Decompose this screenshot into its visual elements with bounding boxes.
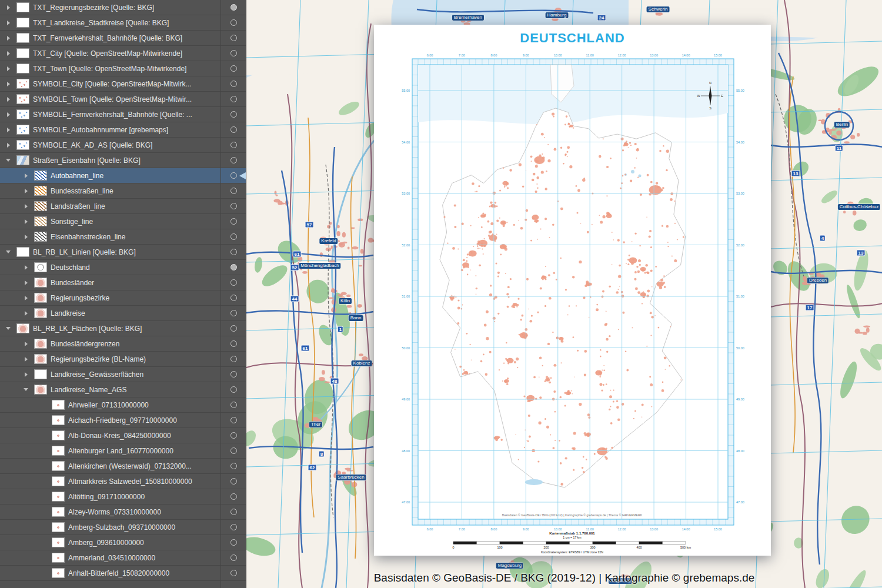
target-circle[interactable] [230, 4, 237, 11]
target-circle[interactable] [230, 264, 237, 270]
layer-row[interactable]: Regierungsbezirke (BL-Name) [0, 352, 246, 367]
map-canvas[interactable]: BremerhavenHamburgSchwerinBerlinCottbus-… [246, 0, 882, 588]
layer-thumbnail[interactable] [34, 385, 47, 395]
chevron-icon[interactable] [39, 418, 48, 423]
layer-row[interactable]: SYMBOLE_Fernverkehrshalt_Bahnhöfe [Quell… [0, 107, 246, 122]
target-circle[interactable] [230, 539, 237, 546]
target-circle[interactable] [230, 463, 237, 469]
chevron-icon[interactable] [21, 311, 31, 316]
layer-row[interactable]: Landkreise [0, 306, 246, 321]
target-circle[interactable] [230, 356, 237, 362]
layer-row[interactable]: Landkreise_Name_AGS [0, 382, 246, 397]
layer-thumbnail[interactable] [34, 293, 47, 303]
target-circle[interactable] [230, 218, 237, 225]
target-circle[interactable] [230, 81, 237, 87]
target-circle[interactable] [230, 111, 237, 118]
target-circle[interactable] [230, 172, 237, 179]
target-circle[interactable] [230, 96, 237, 102]
layer-thumbnail[interactable] [34, 339, 47, 349]
layer-row[interactable]: Sonstige_line [0, 214, 246, 229]
layer-thumbnail[interactable] [16, 155, 29, 165]
target-circle[interactable] [230, 371, 237, 377]
chevron-icon[interactable] [39, 403, 48, 407]
target-circle[interactable] [230, 432, 237, 439]
layer-thumbnail[interactable] [16, 247, 29, 257]
target-circle[interactable] [230, 19, 237, 26]
chevron-icon[interactable] [21, 219, 31, 224]
target-circle[interactable] [230, 35, 237, 41]
chevron-icon[interactable] [39, 495, 48, 499]
chevron-icon[interactable] [21, 173, 31, 178]
layer-thumbnail[interactable] [52, 537, 65, 547]
layer-row[interactable]: Bundesländergrenzen [0, 336, 246, 352]
target-circle[interactable] [230, 295, 237, 301]
target-circle[interactable] [230, 478, 237, 485]
target-circle[interactable] [230, 126, 237, 133]
layer-thumbnail[interactable] [34, 186, 47, 196]
chevron-icon[interactable] [39, 510, 48, 514]
layer-row[interactable]: Amberg-Sulzbach_093710000000 [0, 520, 246, 535]
layer-thumbnail[interactable] [34, 201, 47, 211]
layer-thumbnail[interactable] [34, 232, 47, 242]
target-circle[interactable] [230, 509, 237, 515]
layer-thumbnail[interactable] [52, 415, 65, 425]
chevron-icon[interactable] [39, 556, 48, 560]
chevron-icon[interactable] [39, 525, 48, 530]
layer-row[interactable]: Alb-Donau-Kreis_084250000000 [0, 428, 246, 443]
layer-thumbnail[interactable] [52, 492, 65, 502]
chevron-icon[interactable] [21, 204, 31, 209]
target-circle[interactable] [230, 386, 237, 393]
layer-row[interactable]: Autobahnen_line [0, 168, 246, 183]
layer-row[interactable]: Eisenbahnstrecken_line [0, 229, 246, 245]
target-circle[interactable] [230, 233, 237, 240]
layer-row[interactable]: TXT_Fernverkehrshalt_Bahnhöfe [Quelle: B… [0, 31, 246, 46]
chevron-icon[interactable] [39, 449, 48, 453]
layer-row[interactable]: Altötting_091710000000 [0, 489, 246, 505]
layer-thumbnail[interactable] [16, 125, 29, 135]
layer-row[interactable]: Altenkirchen (Westerwald)_07132000... [0, 459, 246, 474]
target-circle[interactable] [230, 340, 237, 347]
layer-row[interactable]: Regierungsbezirke [0, 290, 246, 306]
chevron-icon[interactable] [4, 66, 13, 71]
layer-thumbnail[interactable] [52, 446, 65, 456]
layer-row[interactable]: Bundesstraßen_line [0, 183, 246, 199]
layer-thumbnail[interactable] [16, 48, 29, 58]
target-circle[interactable] [230, 325, 237, 332]
chevron-icon[interactable] [4, 5, 13, 10]
layer-thumbnail[interactable] [16, 79, 29, 89]
target-circle[interactable] [230, 417, 237, 423]
layer-thumbnail[interactable] [52, 507, 65, 517]
layer-thumbnail[interactable] [34, 308, 47, 318]
layer-thumbnail[interactable] [34, 354, 47, 364]
target-circle[interactable] [230, 570, 237, 576]
chevron-icon[interactable] [21, 189, 31, 193]
layer-row[interactable]: Landkreise_Gewässerflächen [0, 367, 246, 382]
chevron-icon[interactable] [4, 36, 13, 41]
layer-thumbnail[interactable] [52, 430, 65, 440]
chevron-icon[interactable] [4, 51, 13, 56]
layer-thumbnail[interactable] [16, 94, 29, 104]
target-circle[interactable] [230, 279, 237, 286]
layer-row[interactable]: SYMBOLE_Autobahnnummer [grebemaps] [0, 122, 246, 138]
target-circle[interactable] [230, 188, 237, 194]
layer-thumbnail[interactable] [52, 553, 65, 563]
chevron-icon[interactable] [21, 357, 31, 362]
layer-thumbnail[interactable] [16, 33, 29, 43]
chevron-icon[interactable] [21, 235, 31, 239]
chevron-icon[interactable] [39, 464, 48, 469]
layer-thumbnail[interactable] [52, 461, 65, 471]
layer-thumbnail[interactable] [52, 522, 65, 532]
layer-thumbnail[interactable] [16, 109, 29, 119]
layer-row[interactable]: Altenburger Land_160770000000 [0, 443, 246, 459]
target-circle[interactable] [230, 447, 237, 454]
layer-row[interactable]: Altmarkkreis Salzwedel_150810000000 [0, 474, 246, 489]
target-circle[interactable] [230, 402, 237, 408]
layer-row[interactable]: BL_RB_LK_Flächen [Quelle: BKG] [0, 321, 246, 336]
chevron-icon[interactable] [4, 327, 13, 330]
layer-thumbnail[interactable] [52, 476, 65, 486]
chevron-icon[interactable] [39, 571, 48, 576]
layer-row[interactable]: TXT_Town [Quelle: OpenStreetMap-Mitwirke… [0, 61, 246, 76]
chevron-icon[interactable] [4, 97, 13, 102]
layer-row[interactable]: TXT_Regierungsbezirke [Quelle: BKG] [0, 0, 246, 15]
layer-row[interactable]: SYMBOLE_City [Quelle: OpenStreetMap-Mitw… [0, 76, 246, 92]
